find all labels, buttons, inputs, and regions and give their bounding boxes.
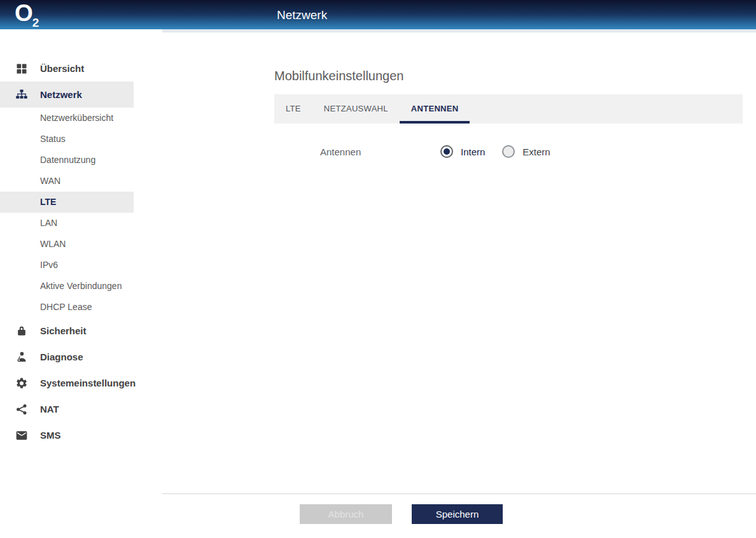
sidebar-subitem-status[interactable]: Status [0,129,134,150]
sidebar-item-label: Diagnose [40,351,83,362]
sidebar-item-nat[interactable]: NAT [0,396,134,422]
tab-lte[interactable]: LTE [274,94,312,124]
sidebar-item-label: SMS [40,430,61,441]
header-bar: O2 Netzwerk [0,0,756,29]
lock-icon [15,325,28,337]
cancel-button[interactable]: Abbruch [300,504,392,524]
radio-unselected-icon [502,145,515,158]
network-hierarchy-icon [15,88,28,101]
sidebar-subitem-lte[interactable]: LTE [0,192,134,213]
sidebar-item-label: Sicherheit [40,325,87,336]
sidebar-item-label: Netzwerk [40,89,82,100]
sidebar-subitem-netzwerkuebersicht[interactable]: Netzwerkübersicht [0,108,134,129]
tab-bar: LTE NETZAUSWAHL ANTENNEN [274,94,743,124]
sidebar-item-diagnose[interactable]: Diagnose [0,344,134,370]
footer-divider [162,493,756,494]
sidebar-subitem-aktive-verbindungen[interactable]: Aktive Verbindungen [0,276,134,297]
sidebar-item-netzwerk[interactable]: Netzwerk [0,81,134,108]
o2-logo: O2 [15,0,39,38]
sidebar-item-label: Systemeinstellungen [40,378,136,388]
radio-option-label: Extern [522,146,550,157]
o2-logo-o: O [15,0,32,26]
o2-logo-sub: 2 [32,16,39,29]
gear-icon [15,377,28,390]
radio-option-intern[interactable]: Intern [440,145,485,158]
page-title: Mobilfunkeinstellungen [274,69,403,83]
radio-selected-icon [440,145,453,158]
radio-option-label: Intern [461,146,485,157]
sidebar-item-sms[interactable]: SMS [0,422,134,448]
content-pane: Mobilfunkeinstellungen LTE NETZAUSWAHL A… [162,29,756,538]
save-button[interactable]: Speichern [412,504,503,524]
radio-option-extern[interactable]: Extern [502,145,550,158]
sidebar-subitem-dhcp-lease[interactable]: DHCP Lease [0,297,134,318]
sidebar-subitem-wan[interactable]: WAN [0,171,134,192]
sidebar-item-label: Übersicht [40,63,84,74]
envelope-icon [15,429,28,442]
sidebar-item-label: NAT [40,404,59,414]
antennas-radio-group: Intern Extern [440,145,550,158]
sidebar-item-systemeinstellungen[interactable]: Systemeinstellungen [0,370,134,396]
share-icon [15,403,28,416]
tab-netzauswahl[interactable]: NETZAUSWAHL [312,94,400,124]
page-header-title: Netzwerk [277,0,327,29]
sidebar-subitem-datennutzung[interactable]: Datennutzung [0,150,134,171]
sidebar-nav: Übersicht Netzwerk Netzwerkübersicht Sta… [0,55,134,448]
sidebar-subitem-ipv6[interactable]: IPv6 [0,255,134,276]
sidebar-subitem-wlan[interactable]: WLAN [0,234,134,255]
antennas-field-label: Antennen [320,146,361,157]
sidebar-subitem-lan[interactable]: LAN [0,213,134,234]
content-top-shadow [162,29,756,32]
tab-antennen[interactable]: ANTENNEN [400,94,470,124]
dashboard-grid-icon [15,62,28,75]
sidebar-item-uebersicht[interactable]: Übersicht [0,55,134,81]
doctor-icon [15,351,28,364]
sidebar-item-sicherheit[interactable]: Sicherheit [0,318,134,344]
